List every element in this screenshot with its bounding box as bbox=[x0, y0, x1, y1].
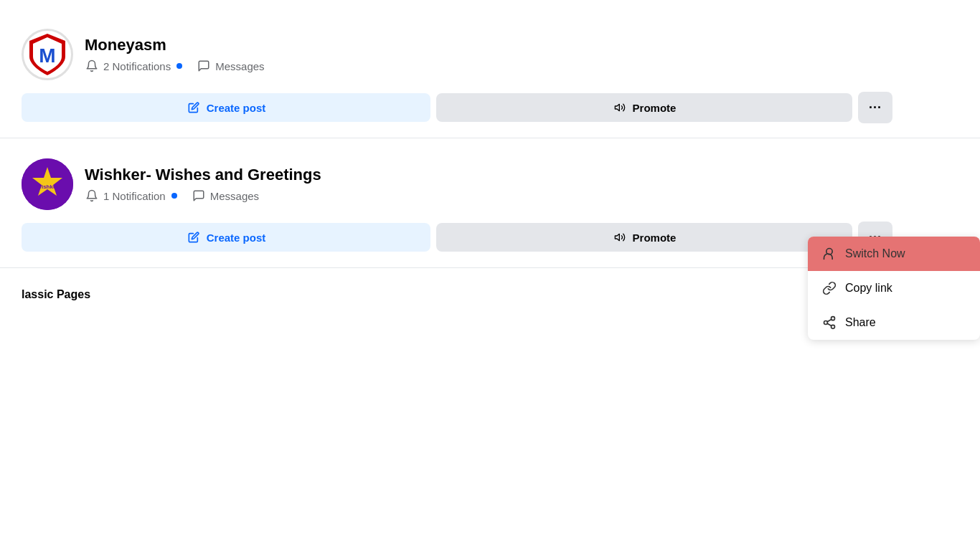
bell-icon-moneyasm bbox=[85, 59, 99, 73]
share-label: Share bbox=[845, 316, 876, 329]
more-button-moneyasm[interactable]: ··· bbox=[858, 92, 892, 123]
page-meta-wishker: 1 Notification Messages bbox=[85, 189, 321, 203]
classic-pages-label: lassic Pages bbox=[22, 288, 90, 300]
create-post-button-moneyasm[interactable]: Create post bbox=[22, 93, 430, 122]
share-icon bbox=[822, 315, 837, 330]
page-card-moneyasm: M Moneyasm 2 Notifications bbox=[0, 14, 980, 138]
page-info-wishker: Wishker- Wishes and Greetings 1 Notifica… bbox=[85, 166, 321, 203]
create-post-icon-moneyasm bbox=[187, 100, 201, 115]
switch-now-label: Switch Now bbox=[845, 247, 905, 260]
avatar-wishker: Wishker bbox=[22, 158, 73, 210]
messages-wishker[interactable]: Messages bbox=[192, 189, 259, 203]
messages-label-wishker: Messages bbox=[210, 190, 259, 202]
svg-marker-1 bbox=[615, 104, 619, 110]
svg-text:Wishker: Wishker bbox=[36, 184, 58, 190]
promote-button-moneyasm[interactable]: Promote bbox=[436, 93, 852, 122]
notifications-wishker[interactable]: 1 Notification bbox=[85, 189, 177, 203]
page-container: M Moneyasm 2 Notifications bbox=[0, 0, 980, 547]
page-name-moneyasm: Moneyasm bbox=[85, 36, 265, 54]
page-actions-moneyasm: Create post Promote ··· bbox=[22, 92, 958, 123]
dropdown-menu: Switch Now Copy link Share bbox=[808, 237, 980, 340]
svg-text:M: M bbox=[39, 44, 55, 67]
page-meta-moneyasm: 2 Notifications Messages bbox=[85, 59, 265, 73]
bell-icon-wishker bbox=[85, 189, 99, 203]
messages-label-moneyasm: Messages bbox=[215, 60, 264, 72]
switch-now-icon bbox=[822, 247, 837, 261]
svg-line-11 bbox=[827, 319, 831, 321]
share-item[interactable]: Share bbox=[808, 305, 980, 340]
copy-link-item[interactable]: Copy link bbox=[808, 271, 980, 305]
page-header-wishker: Wishker Wishker- Wishes and Greetings 1 … bbox=[22, 158, 958, 210]
promote-icon-moneyasm bbox=[613, 100, 627, 115]
notifications-count-moneyasm: 2 Notifications bbox=[103, 60, 171, 72]
svg-line-10 bbox=[827, 323, 831, 325]
notifications-count-wishker: 1 Notification bbox=[103, 190, 166, 202]
promote-icon-wishker bbox=[613, 230, 627, 244]
copy-link-icon bbox=[822, 281, 837, 295]
message-icon-wishker bbox=[192, 189, 206, 203]
page-name-wishker: Wishker- Wishes and Greetings bbox=[85, 166, 321, 184]
page-info-moneyasm: Moneyasm 2 Notifications bbox=[85, 36, 265, 73]
notification-dot-wishker bbox=[171, 193, 177, 199]
promote-button-wishker[interactable]: Promote bbox=[436, 223, 852, 252]
switch-now-item[interactable]: Switch Now bbox=[808, 237, 980, 271]
create-post-icon-wishker bbox=[187, 230, 201, 244]
notifications-moneyasm[interactable]: 2 Notifications bbox=[85, 59, 182, 73]
message-icon-moneyasm bbox=[197, 59, 211, 73]
notification-dot-moneyasm bbox=[176, 63, 182, 69]
page-header-moneyasm: M Moneyasm 2 Notifications bbox=[22, 29, 958, 80]
copy-link-label: Copy link bbox=[845, 282, 892, 295]
create-post-button-wishker[interactable]: Create post bbox=[22, 223, 430, 252]
messages-moneyasm[interactable]: Messages bbox=[197, 59, 264, 73]
svg-marker-5 bbox=[615, 234, 619, 240]
avatar-moneyasm: M bbox=[22, 29, 73, 80]
